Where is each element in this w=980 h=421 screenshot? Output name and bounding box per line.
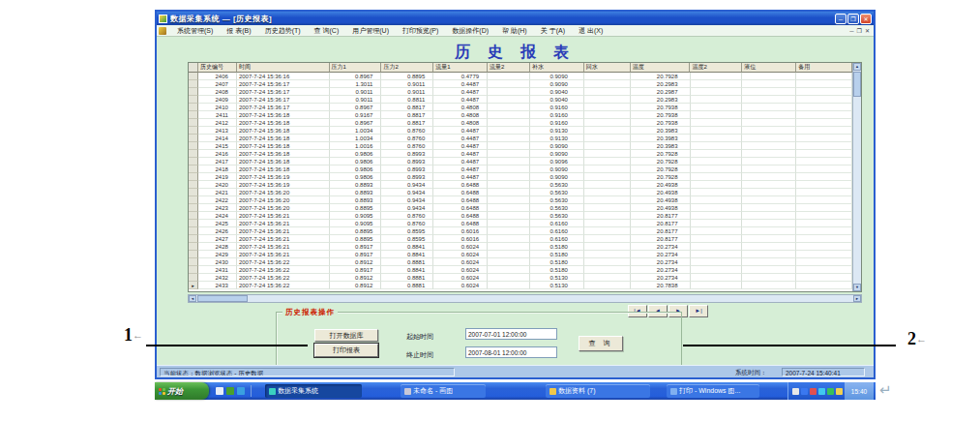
end-time-input[interactable]	[465, 346, 557, 358]
menu-item-7[interactable]: 数据操作(D)	[445, 25, 495, 36]
column-header[interactable]: 备用	[796, 63, 852, 73]
system-menu-icon[interactable]	[159, 27, 166, 35]
table-row[interactable]: 24102007-7-24 15:36:170.89670.88170.4808…	[189, 104, 852, 111]
row-gutter[interactable]	[189, 96, 198, 104]
scroll-down-icon[interactable]: ▼	[853, 284, 861, 291]
column-header[interactable]: 温度	[631, 63, 691, 73]
scroll-right-icon[interactable]: ►	[853, 295, 861, 302]
vertical-scroll-thumb[interactable]	[853, 72, 861, 97]
row-gutter[interactable]	[189, 204, 198, 212]
volume-icon[interactable]	[792, 388, 799, 395]
messenger-icon[interactable]	[818, 388, 825, 395]
row-gutter[interactable]	[189, 111, 198, 119]
row-gutter[interactable]	[189, 150, 198, 158]
close-icon[interactable]: ✕	[860, 14, 872, 24]
row-gutter[interactable]	[189, 165, 198, 173]
taskbar-task-3[interactable]: 数据资料 (7)	[546, 384, 650, 398]
column-header[interactable]: 流量1	[433, 63, 488, 73]
table-row[interactable]: 24242007-7-24 15:36:210.90950.87600.6488…	[189, 212, 852, 220]
row-gutter[interactable]	[189, 189, 198, 196]
taskbar-task-1[interactable]: 数据采集系统	[265, 384, 362, 398]
column-header[interactable]: 压力2	[381, 63, 433, 73]
row-gutter[interactable]	[189, 196, 198, 204]
network-icon[interactable]	[801, 388, 808, 395]
table-row[interactable]: 24252007-7-24 15:36:210.90950.87600.6488…	[189, 220, 852, 227]
row-gutter[interactable]	[189, 127, 198, 135]
scroll-left-icon[interactable]: ◄	[189, 295, 196, 302]
row-gutter[interactable]	[189, 235, 198, 243]
horizontal-scrollbar[interactable]: ◄ ►	[188, 294, 862, 303]
table-row[interactable]: 24182007-7-24 15:36:180.98060.89930.4487…	[189, 165, 852, 173]
menu-item-4[interactable]: 查 询(C)	[308, 25, 346, 36]
column-header[interactable]: 时间	[237, 63, 330, 73]
table-row[interactable]: ▸24332007-7-24 15:36:220.89120.88810.602…	[189, 282, 852, 289]
menu-item-1[interactable]: 系统管理(S)	[170, 25, 220, 36]
table-row[interactable]: 24142007-7-24 15:36:181.00340.87600.4487…	[189, 135, 852, 142]
menu-item-8[interactable]: 帮 助(H)	[495, 25, 534, 36]
start-time-input[interactable]	[465, 328, 557, 340]
print-report-button[interactable]: 打印报表	[314, 344, 378, 357]
table-row[interactable]: 24192007-7-24 15:36:190.98060.89930.4487…	[189, 173, 852, 181]
menu-item-6[interactable]: 打印预览(P)	[396, 25, 445, 36]
start-button[interactable]: 开始	[155, 382, 209, 400]
mdi-restore-icon[interactable]: ❐	[857, 26, 862, 36]
taskbar-clock[interactable]: 15:40	[845, 382, 874, 400]
table-row[interactable]: 24092007-7-24 15:36:170.90110.88110.4487…	[189, 96, 852, 104]
column-header[interactable]: 历史编号	[198, 63, 237, 73]
row-gutter[interactable]	[189, 258, 198, 266]
nav-last-button[interactable]: ►|	[689, 305, 708, 317]
query-button[interactable]: 查 询	[579, 336, 623, 351]
menu-item-9[interactable]: 关 于(A)	[534, 25, 572, 36]
row-gutter[interactable]	[189, 73, 198, 80]
table-row[interactable]: 24262007-7-24 15:36:210.88950.85950.6016…	[189, 227, 852, 235]
menu-item-2[interactable]: 报 表(B)	[220, 25, 257, 36]
row-gutter[interactable]	[189, 251, 198, 258]
table-row[interactable]: 24152007-7-24 15:36:181.00160.87600.4487…	[189, 142, 852, 150]
table-row[interactable]: 24312007-7-24 15:36:220.89170.88410.6024…	[189, 266, 852, 274]
table-row[interactable]: 24292007-7-24 15:36:210.89170.88410.6024…	[189, 251, 852, 258]
column-header[interactable]: 压力1	[330, 63, 382, 73]
minimize-icon[interactable]: ─	[835, 14, 846, 24]
usb-icon[interactable]	[827, 388, 834, 395]
show-desktop-icon[interactable]	[216, 387, 223, 395]
quick-launch-icon-3[interactable]	[237, 387, 245, 395]
row-gutter[interactable]	[189, 135, 198, 142]
row-gutter[interactable]	[189, 104, 198, 111]
mdi-close-icon[interactable]: ✕	[865, 26, 870, 36]
row-gutter[interactable]	[189, 212, 198, 220]
table-row[interactable]: 24322007-7-24 15:36:220.89120.88810.6024…	[189, 274, 852, 282]
menu-item-10[interactable]: 退 出(X)	[572, 25, 609, 36]
row-gutter[interactable]	[189, 243, 198, 251]
table-row[interactable]: 24222007-7-24 15:36:200.88930.94340.6488…	[189, 196, 852, 204]
scroll-up-icon[interactable]: ▲	[853, 63, 861, 71]
row-gutter[interactable]	[189, 173, 198, 181]
table-row[interactable]: 24082007-7-24 15:36:170.90110.90110.4487…	[189, 88, 852, 96]
column-header[interactable]: 流量2	[488, 63, 530, 73]
vertical-scrollbar[interactable]: ▲ ▼	[852, 63, 861, 291]
menu-item-3[interactable]: 历史趋势(T)	[258, 25, 308, 36]
row-gutter[interactable]	[189, 119, 198, 127]
antivirus-icon[interactable]	[810, 388, 817, 395]
column-header[interactable]: 液位	[742, 63, 796, 73]
row-gutter[interactable]	[189, 80, 198, 88]
taskbar-task-4[interactable]: 打印 - Windows 图...	[667, 384, 759, 398]
table-row[interactable]: 24272007-7-24 15:36:210.88950.85950.6016…	[189, 235, 852, 243]
row-gutter[interactable]	[189, 181, 198, 189]
table-row[interactable]: 24202007-7-24 15:36:190.88930.94340.6488…	[189, 181, 852, 189]
taskbar-task-2[interactable]: 未命名 - 画图	[401, 384, 486, 398]
column-header[interactable]: 回水	[584, 63, 631, 73]
row-gutter[interactable]	[189, 220, 198, 227]
table-row[interactable]: 24132007-7-24 15:36:181.00340.87600.4487…	[189, 127, 852, 135]
table-row[interactable]: 24282007-7-24 15:36:210.89170.88410.6024…	[189, 243, 852, 251]
row-gutter[interactable]	[189, 158, 198, 165]
row-gutter[interactable]	[189, 142, 198, 150]
mdi-minimize-icon[interactable]: ─	[849, 26, 853, 36]
row-gutter[interactable]	[189, 88, 198, 96]
table-row[interactable]: 24062007-7-24 15:36:160.89670.88950.4779…	[189, 73, 852, 80]
ime-icon[interactable]	[836, 388, 843, 395]
table-row[interactable]: 24112007-7-24 15:36:180.91670.88170.4808…	[189, 111, 852, 119]
table-row[interactable]: 24122007-7-24 15:36:180.89670.88170.4808…	[189, 119, 852, 127]
open-database-button[interactable]: 打开数据库	[314, 329, 378, 342]
quick-launch-icon-2[interactable]	[226, 387, 234, 395]
column-header[interactable]: 温度2	[690, 63, 742, 73]
